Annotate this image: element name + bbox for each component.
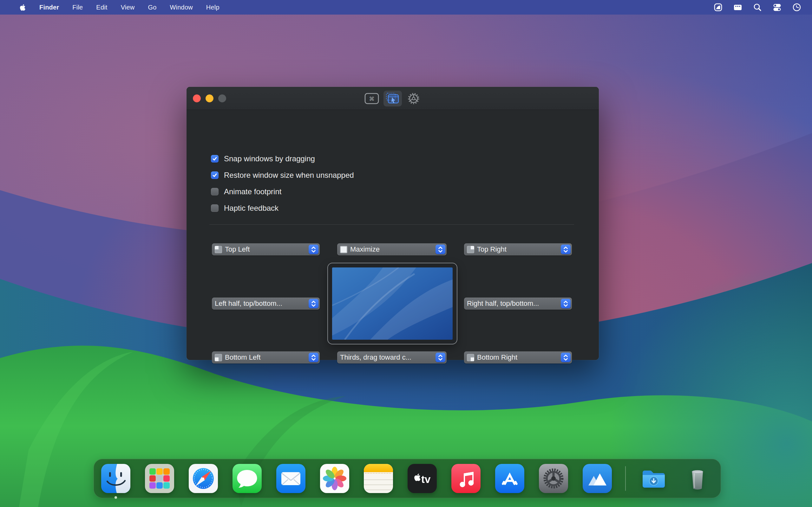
snap-windows-checkbox[interactable] <box>211 155 218 163</box>
app-store-icon <box>494 463 525 494</box>
dock-system-settings[interactable] <box>538 463 569 494</box>
tab-shortcuts[interactable]: ⌘ <box>362 91 381 107</box>
dropdown-bottom-right[interactable]: Bottom Right <box>464 351 572 363</box>
dock-downloads-folder[interactable] <box>638 463 670 494</box>
window-titlebar: ⌘ <box>187 87 599 110</box>
dropdown-maximize[interactable]: Maximize <box>337 243 447 256</box>
tab-snapping[interactable] <box>384 91 402 107</box>
dock-music[interactable] <box>450 463 482 494</box>
spotlight-icon[interactable] <box>752 2 763 12</box>
animate-footprint-checkbox[interactable] <box>211 188 218 195</box>
minimize-button[interactable] <box>206 95 213 102</box>
apple-tv-icon: tv <box>406 463 438 494</box>
finder-icon <box>100 463 132 494</box>
bottom-left-quadrant-icon <box>215 354 222 361</box>
top-left-quadrant-icon <box>215 246 222 253</box>
dock-mountains-app[interactable] <box>581 463 613 494</box>
dock-apple-tv[interactable]: tv <box>406 463 438 494</box>
dropdown-label: Top Left <box>225 245 307 253</box>
apple-logo-icon <box>20 4 26 11</box>
downloads-folder-icon <box>638 463 670 494</box>
stepper-icon <box>309 299 318 308</box>
dropdown-label: Top Right <box>477 245 559 253</box>
dropdown-label: Thirds, drag toward c... <box>340 353 434 361</box>
dock-launchpad[interactable] <box>144 463 175 494</box>
dropdown-thirds[interactable]: Thirds, drag toward c... <box>337 351 447 363</box>
haptic-feedback-checkbox[interactable] <box>211 205 218 212</box>
menu-item-edit[interactable]: Edit <box>90 4 114 11</box>
safari-icon <box>188 463 219 494</box>
trash-icon <box>681 463 713 494</box>
menu-item-help[interactable]: Help <box>200 4 226 11</box>
dropdown-label: Right half, top/bottom... <box>467 299 559 308</box>
check-icon <box>212 173 217 178</box>
menu-bar-status-area <box>713 2 812 12</box>
running-indicator <box>114 496 117 499</box>
dock-finder[interactable] <box>100 463 132 494</box>
photos-icon <box>319 463 351 494</box>
traffic-lights <box>193 87 226 110</box>
svg-text:⌘: ⌘ <box>369 95 374 102</box>
dropdown-right-half[interactable]: Right half, top/bottom... <box>464 297 572 309</box>
toolbar-tabs: ⌘ <box>362 87 423 110</box>
top-right-quadrant-icon <box>467 246 474 253</box>
menu-item-view[interactable]: View <box>114 4 142 11</box>
stepper-icon <box>309 245 318 254</box>
checkbox-label: Restore window size when unsnapped <box>224 171 354 180</box>
checkbox-label: Animate footprint <box>224 187 281 196</box>
drag-window-icon <box>386 92 400 105</box>
stepper-icon <box>561 353 571 362</box>
menu-bar-left: Finder File Edit View Go Window Help <box>0 4 226 11</box>
rectangle-app-icon[interactable] <box>713 2 723 12</box>
dock-safari[interactable] <box>188 463 219 494</box>
apple-menu[interactable] <box>13 4 33 11</box>
dropdown-top-right[interactable]: Top Right <box>464 243 572 256</box>
tab-advanced[interactable] <box>404 91 423 107</box>
menu-bar: Finder File Edit View Go Window Help <box>0 0 812 14</box>
snapping-preferences-window: ⌘ Snap windows by dragging <box>187 87 599 360</box>
gear-icon <box>407 92 420 105</box>
dock-messages[interactable] <box>231 463 263 494</box>
checkbox-row-animate-footprint: Animate footprint <box>211 187 281 197</box>
clock-icon[interactable] <box>792 2 802 12</box>
monitor-screen <box>332 268 453 340</box>
dropdown-label: Left half, top/bottom... <box>215 299 307 308</box>
system-settings-icon <box>538 463 569 494</box>
check-icon <box>212 156 217 161</box>
checkbox-row-haptic-feedback: Haptic feedback <box>211 203 278 213</box>
dock-trash[interactable] <box>681 463 713 494</box>
full-quadrant-icon <box>340 246 347 253</box>
dock-notes[interactable] <box>362 463 394 494</box>
dropdown-bottom-left[interactable]: Bottom Left <box>212 351 320 363</box>
dock-mail[interactable] <box>275 463 307 494</box>
menu-item-file[interactable]: File <box>66 4 90 11</box>
notes-icon <box>362 463 394 494</box>
mountains-app-icon <box>581 463 613 494</box>
stepper-icon <box>436 245 445 254</box>
launchpad-icon <box>144 463 175 494</box>
stepper-icon <box>436 353 445 362</box>
dropdown-top-left[interactable]: Top Left <box>212 243 320 256</box>
messages-icon <box>231 463 263 494</box>
restore-size-checkbox[interactable] <box>211 171 218 179</box>
zoom-button[interactable] <box>218 95 226 102</box>
bottom-right-quadrant-icon <box>467 354 474 361</box>
stepper-icon <box>561 245 571 254</box>
close-button[interactable] <box>193 95 201 102</box>
dropdown-label: Bottom Right <box>477 353 559 361</box>
music-icon <box>450 463 482 494</box>
dock-photos[interactable] <box>319 463 351 494</box>
dropdown-left-half[interactable]: Left half, top/bottom... <box>212 297 320 309</box>
checkbox-label: Haptic feedback <box>224 204 278 213</box>
keyboard-icon[interactable] <box>733 2 743 12</box>
checkbox-label: Snap windows by dragging <box>224 154 315 163</box>
stepper-icon <box>561 299 571 308</box>
menu-item-window[interactable]: Window <box>163 4 200 11</box>
control-center-icon[interactable] <box>772 2 782 12</box>
drag-preview-monitor <box>328 263 457 344</box>
checkbox-row-snap-by-dragging: Snap windows by dragging <box>211 154 315 164</box>
menu-item-go[interactable]: Go <box>141 4 163 11</box>
menu-item-finder[interactable]: Finder <box>33 4 66 11</box>
command-window-icon: ⌘ <box>364 93 379 104</box>
dock-app-store[interactable] <box>494 463 525 494</box>
